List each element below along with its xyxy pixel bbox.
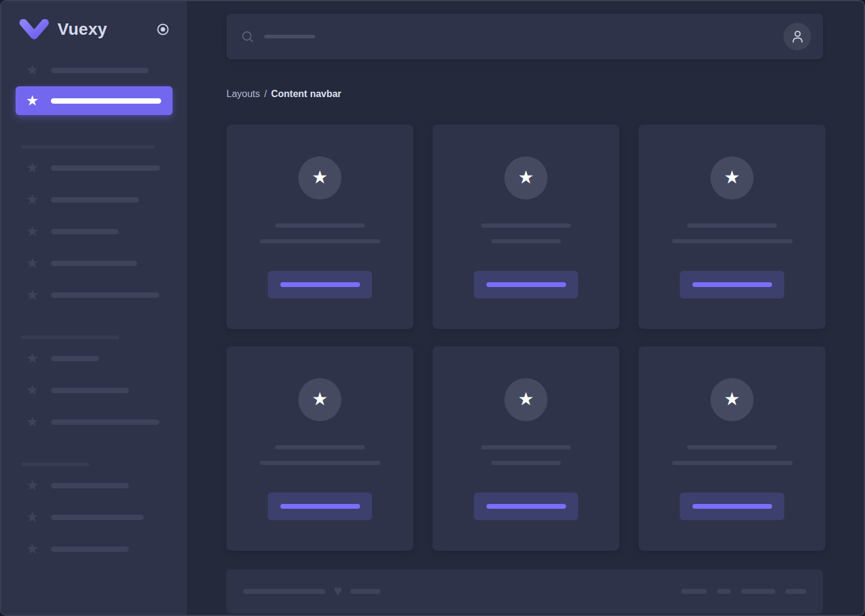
breadcrumb-item-layouts[interactable]: Layouts xyxy=(226,89,260,99)
brand-link[interactable]: Vuexy xyxy=(1,1,187,40)
sidebar-section-label-bar xyxy=(21,336,119,339)
star-icon: ★ xyxy=(518,390,534,409)
demo-card: ★ xyxy=(432,346,619,551)
card-title-bar xyxy=(481,445,571,449)
star-icon: ★ xyxy=(25,63,40,77)
sidebar-item-label-bar xyxy=(51,356,99,361)
record-circle-icon xyxy=(156,22,170,37)
search-input[interactable] xyxy=(241,14,784,59)
card-avatar: ★ xyxy=(298,156,341,200)
sidebar-item[interactable]: ★ xyxy=(25,157,173,179)
sidebar-item-label-bar xyxy=(51,98,161,104)
button-label-bar xyxy=(486,282,566,287)
card-title-bar xyxy=(687,224,777,228)
star-icon: ★ xyxy=(25,256,40,270)
sidebar-toggle-button[interactable] xyxy=(156,22,170,37)
card-title-bar xyxy=(275,224,365,228)
card-avatar: ★ xyxy=(298,378,341,421)
sidebar-item[interactable]: ★ xyxy=(25,284,173,306)
sidebar-item-label-bar xyxy=(51,229,119,234)
sidebar-item[interactable]: ★ xyxy=(25,189,173,210)
sidebar-item[interactable]: ★ xyxy=(25,538,173,560)
card-subtitle-bar xyxy=(491,461,561,465)
card-avatar: ★ xyxy=(710,156,754,200)
star-icon: ★ xyxy=(25,161,40,175)
breadcrumb-current: Content navbar xyxy=(271,89,341,99)
card-title-bar xyxy=(687,445,777,449)
card-avatar: ★ xyxy=(504,378,548,421)
footer-link-bar xyxy=(741,589,775,594)
demo-card: ★ xyxy=(639,346,825,551)
sidebar: Vuexy ★★★★★★★★★★★★★ xyxy=(1,1,187,615)
button-label-bar xyxy=(486,504,566,509)
demo-card: ★ xyxy=(226,346,413,551)
card-action-button[interactable] xyxy=(474,493,578,520)
card-action-button[interactable] xyxy=(268,271,372,298)
card-subtitle-bar xyxy=(260,461,380,465)
sidebar-item-label-bar xyxy=(51,419,159,425)
star-icon: ★ xyxy=(25,224,40,238)
star-icon: ★ xyxy=(25,542,40,556)
search-icon xyxy=(241,30,254,43)
user-menu-button[interactable] xyxy=(784,23,811,50)
card-subtitle-bar xyxy=(672,461,793,465)
card-action-button[interactable] xyxy=(268,493,372,520)
sidebar-item[interactable]: ★ xyxy=(25,348,173,369)
card-subtitle-bar xyxy=(491,239,561,243)
star-icon: ★ xyxy=(518,168,534,188)
sidebar-item[interactable]: ★ xyxy=(25,475,173,496)
sidebar-item-label-bar xyxy=(51,483,129,488)
sidebar-item-label-bar xyxy=(51,197,139,203)
sidebar-item-label-bar xyxy=(51,388,129,393)
footer-text-bar xyxy=(350,589,380,594)
sidebar-item[interactable]: ★ xyxy=(25,411,173,433)
sidebar-section-label-bar xyxy=(21,463,89,466)
footer-link-bar xyxy=(785,589,806,594)
footer: ♥ xyxy=(226,569,823,614)
app-title: Vuexy xyxy=(58,20,107,39)
star-icon: ★ xyxy=(25,351,40,366)
card-avatar: ★ xyxy=(710,378,754,421)
sidebar-item[interactable]: ★ xyxy=(25,221,173,242)
card-action-button[interactable] xyxy=(680,271,784,298)
star-icon: ★ xyxy=(25,288,40,302)
button-label-bar xyxy=(280,282,360,287)
breadcrumb: Layouts/Content navbar xyxy=(226,88,823,99)
vuexy-logo-icon xyxy=(19,19,49,40)
demo-card: ★ xyxy=(639,125,825,329)
card-title-bar xyxy=(275,445,365,449)
footer-link-bar xyxy=(681,589,707,594)
sidebar-item-active[interactable]: ★ xyxy=(16,86,173,115)
star-icon: ★ xyxy=(25,478,40,493)
footer-link-bar xyxy=(717,589,731,594)
sidebar-item[interactable]: ★ xyxy=(25,252,173,274)
sidebar-item[interactable]: ★ xyxy=(25,506,173,528)
star-icon: ★ xyxy=(312,390,328,409)
search-placeholder-bar xyxy=(264,35,315,38)
demo-card: ★ xyxy=(432,125,619,329)
footer-text-bar xyxy=(243,589,325,594)
card-subtitle-bar xyxy=(672,239,793,243)
star-icon: ★ xyxy=(25,192,40,207)
sidebar-item-label-bar xyxy=(51,261,137,266)
card-grid: ★★★★★★ xyxy=(226,125,823,551)
main-content: Layouts/Content navbar ★★★★★★ ♥ xyxy=(187,1,864,615)
sidebar-item-label-bar xyxy=(51,165,160,171)
star-icon: ★ xyxy=(25,415,40,429)
breadcrumb-separator: / xyxy=(264,89,267,99)
sidebar-item-label-bar xyxy=(51,292,159,298)
sidebar-nav: ★★★★★★★★★★★★★ xyxy=(1,59,187,560)
sidebar-section-label-bar xyxy=(21,145,155,149)
heart-icon: ♥ xyxy=(334,584,342,599)
star-icon: ★ xyxy=(724,390,740,409)
star-icon: ★ xyxy=(25,93,40,108)
card-action-button[interactable] xyxy=(680,493,784,520)
card-action-button[interactable] xyxy=(474,271,578,298)
footer-left: ♥ xyxy=(243,584,380,599)
sidebar-item[interactable]: ★ xyxy=(25,59,173,81)
sidebar-item-label-bar xyxy=(51,515,144,520)
card-title-bar xyxy=(481,224,571,228)
star-icon: ★ xyxy=(25,510,40,524)
sidebar-item[interactable]: ★ xyxy=(25,379,173,401)
card-avatar: ★ xyxy=(504,156,548,200)
